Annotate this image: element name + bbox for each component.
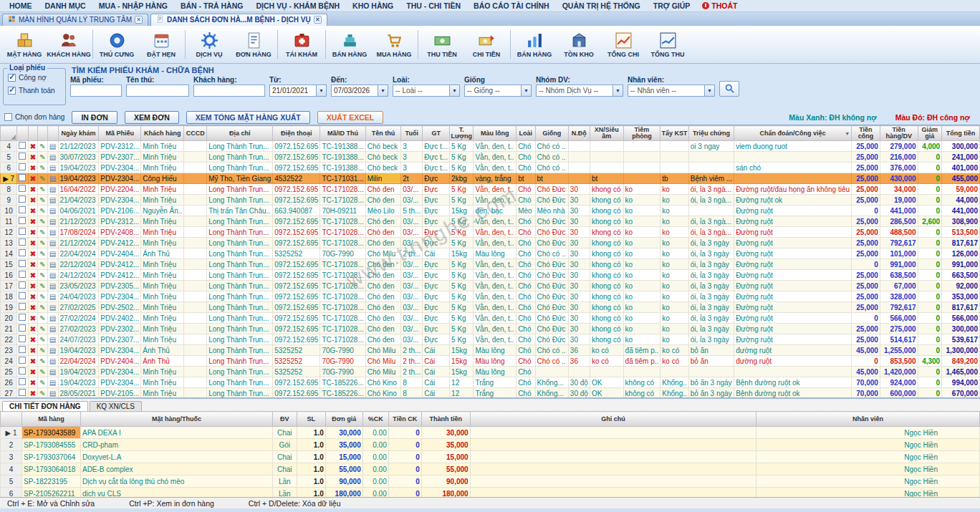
select-all-corner[interactable]	[1, 126, 17, 141]
chevron-down-icon[interactable]: ▼	[378, 85, 388, 96]
order-row-11[interactable]: 11✖✎▤21/12/2023PDV-2312...Minh TriệuLong…	[1, 216, 980, 227]
col-header-pet_id[interactable]: Mã/ID Thú	[320, 126, 365, 141]
toolbar-button-sell[interactable]: BÁN HÀNG	[327, 26, 372, 62]
order-row-19[interactable]: 19✖✎▤27/02/2025PDV-2502...Minh TriệuLong…	[1, 302, 980, 313]
menu-item-9[interactable]: QUẢN TRỊ HỆ THỐNG	[556, 1, 647, 11]
breed-select[interactable]: -- Giống -- ▼	[464, 84, 532, 97]
delete-row-icon[interactable]: ✖	[28, 388, 38, 399]
col-header-goods[interactable]: Tiền hàng/DV	[880, 126, 918, 141]
row-checkbox[interactable]	[19, 228, 26, 235]
item-row-3[interactable]: 3SP-1793037064Doxyvet-L.AChai1.015,0000.…	[1, 451, 980, 463]
col-header-total[interactable]: Tổng tiền	[942, 126, 980, 141]
edit-row-icon[interactable]: ✎	[38, 216, 48, 227]
detail-col-header-4[interactable]: SL	[297, 412, 325, 427]
view-row-icon[interactable]: ▤	[47, 152, 58, 163]
delete-row-icon[interactable]: ✖	[28, 356, 38, 367]
menu-item-1[interactable]: HOME	[3, 1, 39, 11]
select-orders-checkbox-row[interactable]: Chọn đơn hàng	[4, 113, 64, 121]
tab-close-icon[interactable]: ✕	[135, 16, 143, 24]
service-group-select[interactable]: -- Nhóm Dịch Vụ -- ▼	[536, 84, 623, 97]
order-row-22[interactable]: 22✖✎▤24/07/2023PDV-2307...Minh TriệuLong…	[1, 334, 980, 345]
col-header-fur[interactable]: Màu lông	[474, 126, 517, 141]
order-row-21[interactable]: 21✖✎▤27/02/2023PDV-2302...Minh TriệuLong…	[1, 324, 980, 334]
staff-select[interactable]: -- Nhân viên -- ▼	[628, 84, 715, 97]
detail-col-header-9[interactable]: Ghi chú	[470, 412, 756, 427]
edit-row-icon[interactable]: ✎	[38, 270, 48, 281]
edit-row-icon[interactable]: ✎	[38, 227, 48, 238]
toolbar-button-buy[interactable]: MUA HÀNG	[372, 26, 416, 62]
edit-row-icon[interactable]: ✎	[38, 377, 48, 388]
col-header-weight[interactable]: T. Lượng	[450, 126, 474, 141]
view-row-icon[interactable]: ▤	[47, 388, 58, 399]
edit-row-icon[interactable]: ✎	[38, 334, 48, 345]
row-checkbox[interactable]	[19, 346, 26, 353]
menu-item-6[interactable]: KHO HÀNG	[346, 1, 400, 11]
paid-checkbox[interactable]	[8, 87, 16, 95]
select-orders-checkbox[interactable]	[4, 113, 12, 121]
menu-item-3[interactable]: MUA - NHẬP HÀNG	[92, 1, 174, 11]
view-row-icon[interactable]: ▤	[47, 356, 58, 367]
menu-item-5[interactable]: DỊCH VỤ - KHÁM BỆNH	[249, 1, 346, 11]
toolbar-button-customers[interactable]: KHÁCH HÀNG	[47, 26, 91, 62]
delete-row-icon[interactable]: ✖	[28, 367, 38, 377]
order-row-16[interactable]: 16✖✎▤24/12/2024PDV-2412...Minh TriệuLong…	[1, 270, 980, 281]
view-row-icon[interactable]: ▤	[47, 345, 58, 356]
row-checkbox[interactable]	[19, 142, 26, 149]
date-from-picker[interactable]: 21/01/2021 ▼	[269, 84, 327, 97]
order-row-6[interactable]: 6✖✎▤19/04/2023PDV-2304...Minh TriệuLong …	[1, 163, 980, 173]
view-row-icon[interactable]: ▤	[47, 184, 58, 195]
row-checkbox[interactable]	[19, 174, 26, 181]
col-header-breed[interactable]: Giống	[535, 126, 568, 141]
view-row-icon[interactable]: ▤	[47, 270, 58, 281]
order-row-25[interactable]: 25✖✎▤19/04/2023PDV-2304...Minh TriệuLong…	[1, 367, 980, 377]
delete-row-icon[interactable]: ✖	[28, 206, 38, 216]
row-checkbox[interactable]	[19, 185, 26, 192]
order-row-23[interactable]: 23✖✎▤19/04/2023PDV-2304...Ánh ThủLong Th…	[1, 345, 980, 356]
edit-row-icon[interactable]: ✎	[38, 152, 48, 163]
order-row-20[interactable]: 20✖✎▤27/02/2024PDV-2402...Minh TriệuLong…	[1, 313, 980, 324]
col-header-pet_name[interactable]: Tên thú	[365, 126, 400, 141]
delete-row-icon[interactable]: ✖	[28, 152, 38, 163]
view-row-icon[interactable]: ▤	[47, 206, 58, 216]
row-checkbox[interactable]	[19, 378, 26, 385]
view-row-icon[interactable]: ▤	[47, 302, 58, 313]
view-row-icon[interactable]: ▤	[47, 195, 58, 206]
delete-row-icon[interactable]: ✖	[28, 259, 38, 270]
order-row-18[interactable]: 18✖✎▤24/04/2023PDV-2304...Minh TriệuLong…	[1, 291, 980, 302]
order-row-15[interactable]: 15✖✎▤22/12/2024PDV-2412...Minh TriệuLong…	[1, 259, 980, 270]
row-checkbox[interactable]	[19, 324, 26, 332]
view-row-icon[interactable]: ▤	[47, 248, 58, 259]
chevron-down-icon[interactable]: ▼	[612, 85, 623, 96]
col-header-code[interactable]: Mã Phiếu	[99, 126, 141, 141]
item-row-2[interactable]: 2SP-1793084555CRD-phamGói1.035,0000.0003…	[1, 439, 980, 451]
detail-col-header-2[interactable]: Mặt hàng/Thuốc	[80, 412, 272, 427]
order-row-14[interactable]: 14✖✎▤22/04/2024PDV-2404...Ánh ThủLong Th…	[1, 248, 980, 259]
sort-indicator-icon[interactable]: ▼	[845, 130, 850, 137]
order-row-9[interactable]: 9✖✎▤21/04/2023PDV-2304...Minh TriệuLong …	[1, 195, 980, 206]
row-checkbox[interactable]	[19, 281, 26, 289]
row-checkbox[interactable]	[19, 195, 26, 203]
row-checkbox[interactable]	[19, 292, 26, 299]
delete-row-icon[interactable]: ✖	[28, 345, 38, 356]
delete-row-icon[interactable]: ✖	[28, 173, 38, 184]
delete-row-icon[interactable]: ✖	[28, 163, 38, 173]
row-checkbox[interactable]	[19, 303, 26, 310]
detail-col-header-10[interactable]: Nhân viên	[756, 412, 980, 427]
view-row-icon[interactable]: ▤	[47, 216, 58, 227]
row-checkbox[interactable]	[19, 271, 26, 278]
order-row-17[interactable]: 17✖✎▤23/05/2023PDV-2305...Minh TriệuLong…	[1, 281, 980, 291]
edit-row-icon[interactable]: ✎	[38, 324, 48, 334]
view-row-icon[interactable]: ▤	[47, 259, 58, 270]
chevron-down-icon[interactable]: ▼	[704, 85, 714, 96]
detail-col-header-6[interactable]: %CK	[362, 412, 388, 427]
delete-row-icon[interactable]: ✖	[28, 281, 38, 291]
toolbar-button-orders[interactable]: ĐƠN HÀNG	[231, 26, 276, 62]
view-row-icon[interactable]: ▤	[47, 281, 58, 291]
delete-row-icon[interactable]: ✖	[28, 334, 38, 345]
order-row-12[interactable]: 12✖✎▤17/08/2024PDV-2408...Minh TriệuLong…	[1, 227, 980, 238]
col-header-species[interactable]: Loài	[517, 126, 535, 141]
view-row-icon[interactable]: ▤	[47, 291, 58, 302]
delete-row-icon[interactable]: ✖	[28, 302, 38, 313]
order-row-5[interactable]: 5✖✎▤30/07/2023PDV-2307...Minh TriệuLong …	[1, 152, 980, 163]
delete-row-icon[interactable]: ✖	[28, 270, 38, 281]
